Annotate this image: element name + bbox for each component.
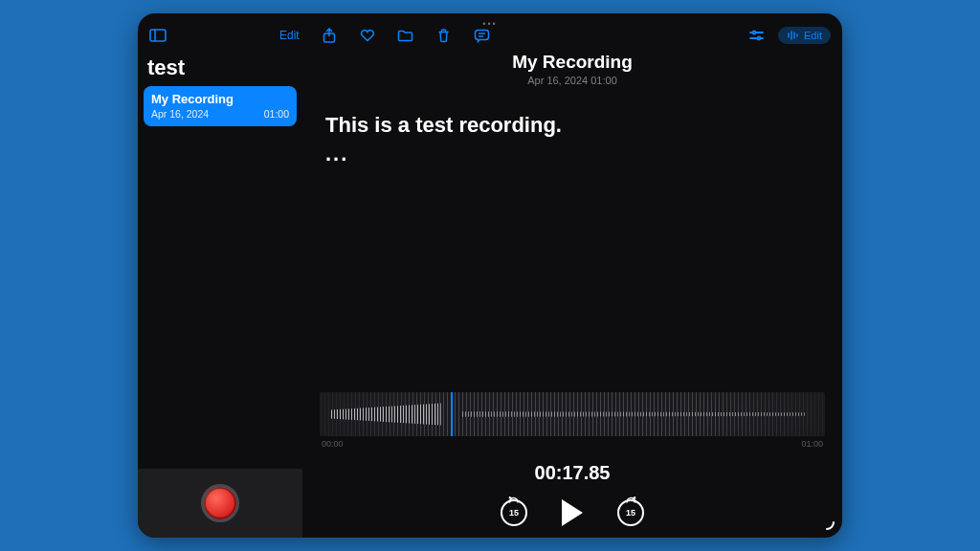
- sidebar-title: test: [138, 52, 302, 86]
- edit-button-left[interactable]: Edit: [279, 29, 300, 42]
- transcript-ellipsis: ...: [325, 142, 825, 166]
- sidebar-toggle-icon[interactable]: [149, 27, 167, 44]
- playhead[interactable]: [451, 392, 453, 436]
- transcript-icon[interactable]: [474, 27, 491, 44]
- svg-point-7: [752, 32, 755, 34]
- edit-waveform-label: Edit: [804, 30, 822, 41]
- recording-title: My Recording: [320, 52, 825, 73]
- waveform[interactable]: [320, 392, 825, 436]
- svg-point-9: [757, 37, 760, 40]
- waveform-end-time: 01:00: [801, 439, 823, 449]
- skip-forward-15-button[interactable]: 15: [617, 499, 644, 526]
- recording-item-title: My Recording: [151, 92, 289, 106]
- share-icon[interactable]: [321, 27, 338, 44]
- recording-item-date: Apr 16, 2024: [151, 108, 209, 120]
- sidebar: test My Recording Apr 16, 2024 01:00: [138, 46, 302, 538]
- app-window: ••• Edit: [138, 13, 842, 538]
- transcript: This is a test recording. ...: [320, 113, 825, 166]
- favorite-icon[interactable]: [359, 27, 376, 44]
- main-panel: My Recording Apr 16, 2024 01:00 This is …: [302, 46, 842, 538]
- waveform-start-time: 00:00: [322, 439, 344, 449]
- recording-list-item[interactable]: My Recording Apr 16, 2024 01:00: [144, 86, 297, 126]
- svg-rect-3: [476, 30, 489, 39]
- resize-corner-icon[interactable]: [821, 517, 835, 534]
- record-button[interactable]: [201, 484, 239, 522]
- trash-icon[interactable]: [435, 27, 453, 44]
- recording-subtitle: Apr 16, 2024 01:00: [320, 75, 825, 86]
- skip-back-15-button[interactable]: 15: [501, 499, 527, 526]
- play-button[interactable]: [562, 499, 583, 526]
- folder-icon[interactable]: [397, 27, 414, 44]
- options-icon[interactable]: [747, 27, 765, 44]
- handle-dots-icon: •••: [482, 19, 497, 29]
- record-bar: [138, 469, 302, 538]
- transcript-line: This is a test recording.: [325, 113, 825, 138]
- svg-rect-0: [150, 30, 166, 41]
- recording-item-duration: 01:00: [264, 108, 289, 120]
- current-time: 00:17.85: [320, 462, 825, 484]
- playback-controls: 15 15: [320, 499, 825, 526]
- edit-waveform-button[interactable]: Edit: [778, 27, 831, 44]
